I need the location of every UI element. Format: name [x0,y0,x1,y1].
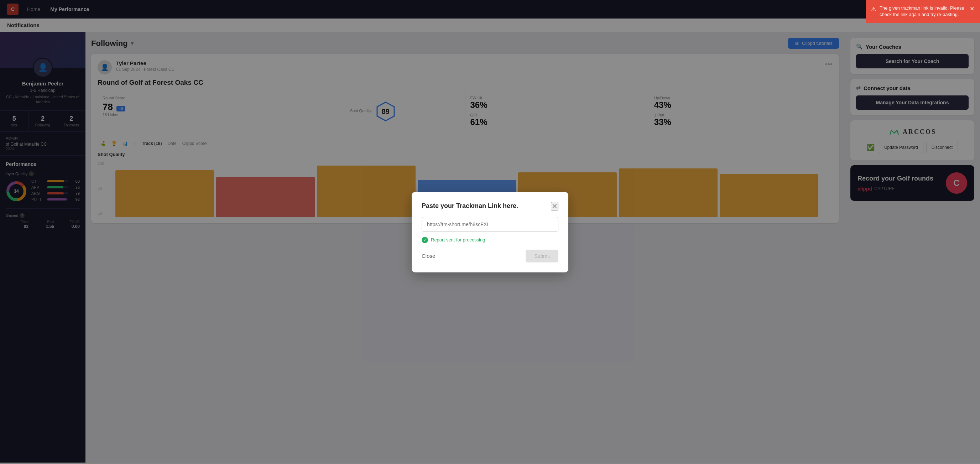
success-text: Report sent for processing [431,237,485,243]
modal-close-icon-button[interactable]: ✕ [551,202,558,210]
modal-actions: Close Submit [422,249,558,262]
modal-header: Paste your Trackman Link here. ✕ [422,202,558,210]
modal-success-message: ✓ Report sent for processing [422,237,558,243]
warning-icon: ⚠ [871,5,876,13]
error-message: The given trackman link is invalid. Plea… [880,5,966,18]
trackman-link-input[interactable] [422,217,558,232]
error-toast: ⚠ The given trackman link is invalid. Pl… [866,0,980,23]
modal-title: Paste your Trackman Link here. [422,202,518,210]
toast-close-button[interactable]: ✕ [970,5,974,13]
trackman-modal: Paste your Trackman Link here. ✕ ✓ Repor… [412,192,568,272]
success-check-icon: ✓ [422,237,428,243]
modal-close-button[interactable]: Close [422,253,435,259]
modal-overlay: Paste your Trackman Link here. ✕ ✓ Repor… [0,0,980,464]
modal-submit-button[interactable]: Submit [526,249,558,262]
